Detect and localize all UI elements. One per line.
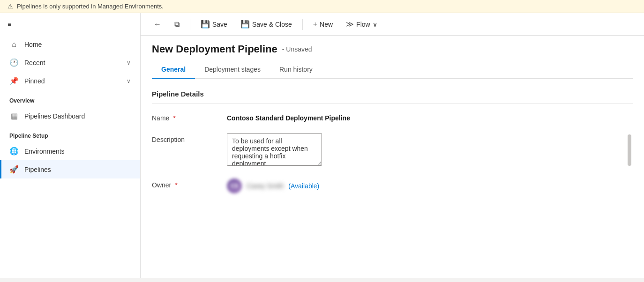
hamburger-menu-button[interactable]: ≡ [0,13,140,36]
sidebar-item-pinned[interactable]: 📌 Pinned ∨ [0,72,140,90]
owner-row: CS Casey Smith (Available) [227,178,319,193]
sidebar-section-pipeline-setup: Pipeline Setup [0,125,140,142]
sidebar: ≡ ⌂ Home 🕐 Recent ∨ 📌 Pinned ∨ Overview … [0,13,141,278]
sidebar-section-overview: Overview [0,90,140,107]
tab-deployment-stages[interactable]: Deployment stages [195,61,270,79]
pipeline-icon: 🚀 [9,165,19,174]
save-close-label: Save & Close [252,21,292,28]
sidebar-item-pipelines-dashboard[interactable]: ▦ Pipelines Dashboard [0,107,140,125]
flow-label: Flow [356,21,370,28]
globe-icon: 🌐 [9,147,19,156]
flow-chevron-icon: ∨ [373,21,377,28]
window-icon: ⧉ [174,20,180,29]
main-content: ← ⧉ 💾 Save 💾 Save & Close + New ≫ Flow [141,13,644,278]
form-content: Pipeline Details Name * Contoso Standard… [141,79,644,278]
sidebar-item-environments[interactable]: 🌐 Environments [0,142,140,160]
page-header: New Deployment Pipeline - Unsaved Genera… [141,36,644,79]
sidebar-item-label: Environments [24,148,131,155]
save-close-icon: 💾 [240,20,250,29]
page-title-row: New Deployment Pipeline - Unsaved [152,43,633,55]
sidebar-item-label: Pinned [24,77,121,85]
toolbar-divider [190,19,190,30]
name-label: Name * [152,111,227,122]
window-button[interactable]: ⧉ [169,17,185,31]
banner-message: Pipelines is only supported in Managed E… [17,3,164,10]
save-label: Save [212,21,227,28]
flow-icon: ≫ [346,20,354,29]
description-field: Description [152,133,633,167]
description-textarea-wrapper [227,133,633,167]
sidebar-item-home[interactable]: ⌂ Home [0,36,140,53]
new-label: New [320,21,333,28]
toolbar: ← ⧉ 💾 Save 💾 Save & Close + New ≫ Flow [141,13,644,36]
name-value: Contoso Standard Deployment Pipeline [227,111,633,122]
section-title: Pipeline Details [152,90,633,104]
owner-name: Casey Smith [247,182,284,190]
page-status: - Unsaved [282,45,312,53]
chevron-down-icon: ∨ [127,59,131,66]
avatar: CS [227,178,242,193]
home-icon: ⌂ [9,40,19,49]
warning-icon: ⚠ [7,3,13,10]
description-label: Description [152,133,227,143]
sidebar-item-label: Pipelines Dashboard [24,112,131,120]
flow-button[interactable]: ≫ Flow ∨ [340,17,383,31]
sidebar-item-label: Pipelines [24,166,131,173]
page-title: New Deployment Pipeline [152,43,277,55]
owner-label: Owner * [152,178,227,189]
top-banner: ⚠ Pipelines is only supported in Managed… [0,0,644,13]
scrollbar-handle[interactable] [628,134,631,166]
owner-required-indicator: * [175,181,177,189]
name-field: Name * Contoso Standard Deployment Pipel… [152,111,633,122]
chevron-down-icon: ∨ [127,78,131,84]
recent-icon: 🕐 [9,58,19,67]
owner-field: Owner * CS Casey Smith (Available) [152,178,633,193]
sidebar-item-label: Home [24,41,131,48]
sidebar-item-pipelines[interactable]: 🚀 Pipelines [0,160,140,178]
pin-icon: 📌 [9,76,19,85]
save-button[interactable]: 💾 Save [195,17,233,31]
back-arrow-icon: ← [154,20,161,29]
sidebar-item-recent[interactable]: 🕐 Recent ∨ [0,53,140,72]
sidebar-item-label: Recent [24,59,121,67]
save-icon: 💾 [201,20,210,29]
plus-icon: + [313,20,317,29]
back-button[interactable]: ← [148,17,167,31]
owner-status: (Available) [288,182,319,190]
tabs: General Deployment stages Run history [152,61,633,79]
save-close-button[interactable]: 💾 Save & Close [235,17,298,31]
new-button[interactable]: + New [307,17,338,31]
tab-run-history[interactable]: Run history [270,61,322,79]
description-textarea[interactable] [227,133,322,166]
name-required-indicator: * [173,114,175,122]
dashboard-icon: ▦ [9,111,19,120]
tab-general[interactable]: General [152,61,195,79]
toolbar-divider-2 [302,19,303,30]
